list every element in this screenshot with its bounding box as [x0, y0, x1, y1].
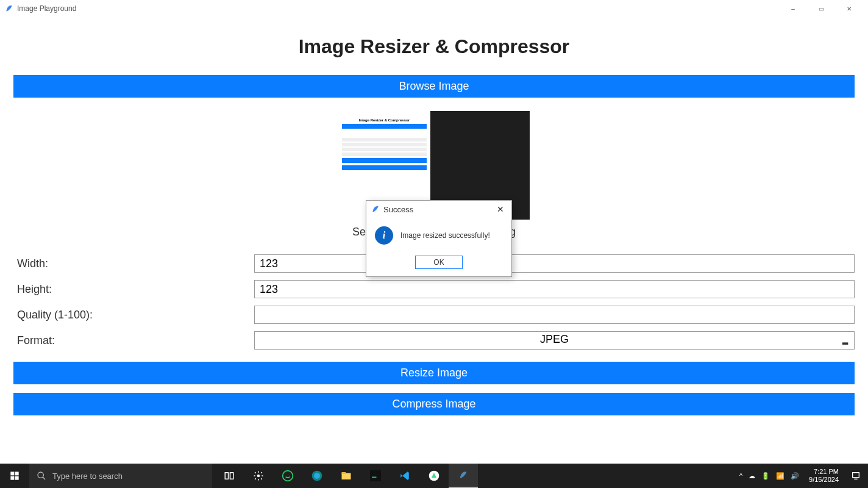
page-title: Image Resizer & Compressor — [13, 35, 855, 58]
notifications-icon[interactable] — [844, 464, 868, 488]
dialog-app-icon — [371, 205, 380, 214]
system-tray[interactable]: ^ ☁ 🔋 📶 🔊 — [739, 472, 804, 480]
close-button[interactable]: ✕ — [835, 0, 863, 17]
svg-rect-2 — [10, 476, 14, 480]
edge-icon[interactable] — [302, 464, 332, 488]
compress-image-button[interactable]: Compress Image — [13, 393, 855, 415]
svg-rect-13 — [342, 472, 346, 474]
width-input[interactable] — [254, 254, 855, 273]
svg-rect-7 — [230, 473, 233, 479]
dialog-titlebar: Success ✕ — [366, 201, 511, 218]
svg-rect-6 — [225, 473, 228, 479]
taskbar-search[interactable]: Type here to search — [29, 464, 212, 488]
svg-rect-14 — [370, 470, 381, 481]
svg-rect-12 — [342, 473, 351, 480]
dialog-message: Image resized successfully! — [400, 231, 490, 240]
start-button[interactable] — [0, 464, 29, 488]
window-title: Image Playground — [17, 4, 76, 13]
quality-input[interactable] — [254, 306, 855, 324]
browse-image-button[interactable]: Browse Image — [13, 75, 855, 98]
dialog-close-button[interactable]: ✕ — [494, 204, 507, 214]
format-row: Format: JPEG ▂ — [13, 331, 855, 350]
taskbar: Type here to search ^ ☁ — [0, 464, 868, 488]
whatsapp-icon[interactable] — [273, 464, 302, 488]
tray-volume-icon[interactable]: 🔊 — [791, 472, 799, 480]
success-dialog: Success ✕ i Image resized successfully! … — [366, 200, 512, 277]
svg-point-11 — [314, 473, 320, 479]
tray-wifi-icon[interactable]: 📶 — [776, 472, 784, 480]
taskbar-apps — [215, 464, 478, 488]
file-explorer-icon[interactable] — [332, 464, 361, 488]
vscode-icon[interactable] — [390, 464, 419, 488]
dialog-ok-button[interactable]: OK — [415, 256, 463, 269]
clock-date: 9/15/2024 — [809, 476, 839, 484]
dropdown-handle-icon: ▂ — [842, 336, 848, 345]
pycharm-icon[interactable] — [361, 464, 390, 488]
tray-battery-icon[interactable]: 🔋 — [761, 472, 770, 480]
quality-row: Quality (1-100): — [13, 306, 855, 324]
height-input[interactable] — [254, 280, 855, 298]
settings-icon[interactable] — [244, 464, 273, 488]
svg-rect-15 — [372, 477, 377, 478]
height-label: Height: — [13, 283, 254, 296]
window-titlebar: Image Playground – ▭ ✕ — [0, 0, 868, 17]
app-icon — [5, 4, 13, 13]
search-placeholder: Type here to search — [52, 472, 123, 481]
svg-point-8 — [257, 475, 260, 478]
svg-rect-0 — [10, 472, 14, 475]
maximize-button[interactable]: ▭ — [807, 0, 835, 17]
svg-rect-3 — [15, 476, 19, 480]
tray-chevron-icon[interactable]: ^ — [739, 472, 742, 479]
taskbar-clock[interactable]: 7:21 PM 9/15/2024 — [804, 468, 844, 484]
format-value: JPEG — [540, 333, 569, 345]
svg-rect-1 — [15, 472, 19, 475]
minimize-button[interactable]: – — [779, 0, 807, 17]
height-row: Height: — [13, 280, 855, 298]
dialog-title: Success — [383, 205, 413, 214]
tray-onedrive-icon[interactable]: ☁ — [749, 472, 755, 480]
format-label: Format: — [13, 334, 254, 347]
svg-line-5 — [43, 477, 45, 479]
svg-rect-17 — [853, 473, 859, 478]
clock-time: 7:21 PM — [809, 468, 839, 476]
android-studio-icon[interactable] — [419, 464, 449, 488]
window-controls: – ▭ ✕ — [779, 0, 863, 17]
info-icon: i — [375, 226, 393, 245]
format-select[interactable]: JPEG ▂ — [254, 331, 855, 350]
width-label: Width: — [13, 257, 254, 270]
quality-label: Quality (1-100): — [13, 309, 254, 321]
resize-image-button[interactable]: Resize Image — [13, 362, 855, 384]
svg-point-4 — [38, 472, 43, 478]
task-view-icon[interactable] — [215, 464, 244, 488]
python-app-icon[interactable] — [449, 464, 478, 488]
svg-point-9 — [283, 471, 293, 481]
